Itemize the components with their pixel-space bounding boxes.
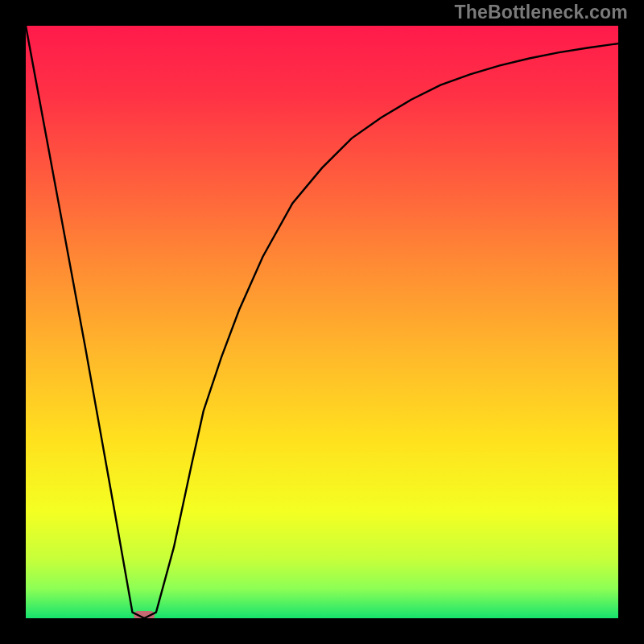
bottleneck-chart — [0, 0, 644, 644]
plot-background — [26, 26, 618, 618]
watermark-text: TheBottleneck.com — [454, 2, 628, 23]
chart-container: TheBottleneck.com — [0, 0, 644, 644]
